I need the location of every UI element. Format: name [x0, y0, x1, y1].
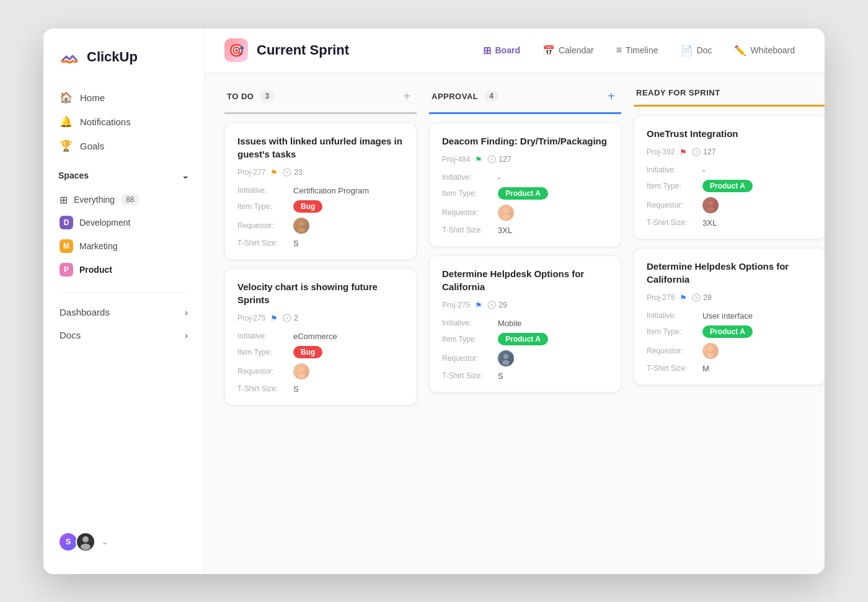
card-5-initiative-field: Initiative: - [647, 166, 813, 175]
card-1-flag: ⚑ [270, 168, 278, 177]
card-2-initiative-field: Initiative: eCommerce [237, 332, 404, 341]
board-icon: ⊞ [483, 45, 491, 56]
svg-point-12 [503, 354, 508, 359]
goals-icon: 🏆 [60, 139, 73, 153]
card-4-flag: ⚑ [475, 301, 482, 310]
svg-point-6 [299, 367, 304, 372]
card-4-meta: Proj-275 ⚑ 29 [442, 301, 608, 310]
svg-point-19 [707, 353, 714, 358]
card-3-tshirt-field: T-Shirt Size: 3XL [442, 226, 608, 235]
sidebar-item-everything[interactable]: ⊞ Everything 88 [51, 189, 197, 211]
card-6-points: 29 [692, 293, 711, 302]
card-4-points: 29 [487, 301, 507, 309]
header-title: Current Sprint [257, 42, 349, 58]
card-3-type-field: Item Type: Product A [442, 187, 608, 200]
tab-doc[interactable]: 📄 Doc [671, 40, 722, 61]
dashboards-chevron-icon: › [185, 307, 188, 317]
tab-board-label: Board [495, 45, 520, 55]
tab-calendar-label: Calendar [559, 45, 594, 55]
card-5-tshirt: 3XL [702, 218, 717, 228]
card-3-tshirt: 3XL [498, 226, 512, 235]
card-4[interactable]: Determine Helpdesk Options for Californi… [429, 255, 621, 392]
docs-label: Docs [60, 330, 81, 340]
tab-doc-label: Doc [697, 45, 712, 55]
card-6-initiative: User interface [702, 311, 753, 321]
everything-icon: ⊞ [60, 194, 68, 206]
mkt-dot: M [60, 239, 73, 253]
card-2-id: Proj-275 [237, 314, 265, 322]
card-5-meta: Proj-392 ⚑ 127 [647, 148, 813, 157]
doc-icon: 📄 [681, 45, 693, 56]
card-5-flag: ⚑ [680, 148, 687, 157]
card-1-tshirt-field: T-Shirt Size: S [237, 239, 404, 248]
tab-whiteboard[interactable]: ✏️ Whiteboard [724, 40, 805, 61]
card-6-initiative-field: Initiative: User interface [647, 311, 813, 321]
svg-point-7 [298, 373, 305, 378]
sidebar-item-development[interactable]: D Development [51, 211, 197, 234]
card-5-points: 127 [692, 148, 715, 156]
svg-point-3 [299, 221, 304, 226]
column-add-approval[interactable]: + [604, 88, 619, 105]
column-header-approval: APPROVAL 4 + [429, 88, 621, 114]
sidebar-item-home[interactable]: 🏠 Home [51, 86, 197, 110]
card-5[interactable]: OneTrust Integration Proj-392 ⚑ 127 Init… [634, 115, 825, 239]
column-add-todo[interactable]: + [399, 88, 414, 105]
card-1-tshirt: S [293, 239, 299, 248]
main-content: 🎯 Current Sprint ⊞ Board 📅 Calendar ≡ Ti… [205, 29, 825, 574]
home-icon: 🏠 [60, 91, 73, 104]
dashboards-label: Dashboards [60, 307, 110, 317]
svg-point-10 [502, 215, 510, 219]
everything-label: Everything [74, 195, 115, 205]
app-logo[interactable]: ClickUp [43, 46, 204, 86]
sidebar-item-marketing[interactable]: M Marketing [51, 234, 197, 258]
initiative-label: Initiative: [237, 186, 293, 195]
sidebar-item-product[interactable]: P Product [51, 258, 197, 281]
card-6-type-field: Item Type: Product A [647, 325, 813, 338]
sidebar-item-docs[interactable]: Docs › [51, 324, 197, 347]
card-6-id: Proj-275 [647, 293, 675, 302]
card-4-tshirt: S [498, 371, 503, 381]
card-1-requestor-field: Requestor: [237, 218, 404, 234]
header-nav: ⊞ Board 📅 Calendar ≡ Timeline 📄 Doc ✏️ [473, 40, 805, 61]
timeline-icon: ≡ [616, 45, 622, 56]
tab-board[interactable]: ⊞ Board [473, 40, 529, 61]
column-header-todo: TO DO 3 + [224, 88, 417, 114]
sidebar-item-dashboards[interactable]: Dashboards › [51, 301, 197, 324]
column-count-approval: 4 [484, 91, 498, 102]
card-6-tshirt: M [702, 364, 709, 373]
card-6-tshirt-field: T-Shirt Size: M [647, 364, 813, 373]
card-2-flag: ⚑ [270, 314, 278, 323]
column-header-left-ready: READY FOR SPRINT [636, 88, 720, 97]
sidebar: ClickUp 🏠 Home 🔔 Notifications 🏆 Goals S… [43, 29, 205, 574]
card-6-fields: Initiative: User interface Item Type: Pr… [647, 311, 813, 373]
sidebar-item-goals[interactable]: 🏆 Goals [51, 134, 197, 158]
column-title-todo: TO DO [227, 92, 254, 101]
card-4-initiative: Mobile [498, 319, 521, 328]
card-1[interactable]: Issues with linked unfurled images in gu… [224, 123, 417, 260]
column-header-left-approval: APPROVAL 4 [432, 91, 498, 102]
logo-text: ClickUp [87, 49, 138, 65]
card-3-type-badge: Product A [498, 187, 548, 200]
card-4-type-badge: Product A [498, 333, 548, 345]
tab-timeline[interactable]: ≡ Timeline [606, 40, 668, 61]
sidebar-item-notifications[interactable]: 🔔 Notifications [51, 110, 197, 134]
card-5-type-field: Item Type: Product A [647, 180, 813, 192]
card-3-initiative: - [498, 173, 500, 182]
spaces-header[interactable]: Spaces ⌄ [58, 170, 189, 180]
column-title-approval: APPROVAL [432, 92, 478, 101]
svg-point-1 [81, 544, 91, 550]
board-container: TO DO 3 + Issues with linked unfurled im… [205, 73, 825, 574]
header-title-area: 🎯 Current Sprint [224, 38, 349, 62]
tshirt-label: T-Shirt Size: [237, 239, 293, 247]
card-2[interactable]: Velocity chart is showing future Sprints… [224, 268, 417, 405]
prd-dot: P [60, 263, 73, 277]
user-menu-caret[interactable]: ⌄ [102, 538, 108, 546]
card-2-tshirt-field: T-Shirt Size: S [237, 384, 404, 394]
sidebar-bottom-nav: Dashboards › Docs › [43, 301, 204, 347]
sidebar-item-home-label: Home [80, 92, 105, 103]
card-6[interactable]: Determine Helpdesk Options for Californi… [634, 248, 825, 385]
tab-calendar[interactable]: 📅 Calendar [533, 40, 604, 61]
column-ready: READY FOR SPRINT OneTrust Integration Pr… [634, 88, 825, 559]
card-3[interactable]: Deacom Finding: Dry/Trim/Packaging Proj-… [429, 123, 621, 247]
main-header: 🎯 Current Sprint ⊞ Board 📅 Calendar ≡ Ti… [205, 29, 825, 73]
